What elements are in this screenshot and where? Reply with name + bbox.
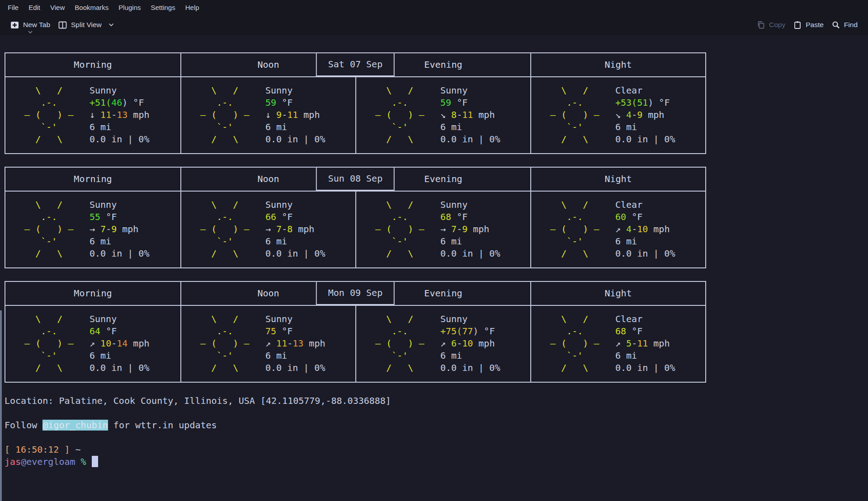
prompt-time-line: [ 16:50:12 ] ~ [5, 444, 868, 456]
menu-view[interactable]: View [45, 1, 70, 14]
prompt-timestamp: [ 16:50:12 ] [5, 444, 70, 455]
sunny-ascii-icon: `-' [8, 121, 90, 133]
sunny-ascii-icon: `-' [8, 235, 90, 248]
temperature-text: +53(51) °F [615, 97, 670, 109]
sunny-ascii-icon: \ / [8, 313, 90, 325]
paste-button[interactable]: Paste [789, 18, 828, 32]
visibility-text: 6 mi [615, 235, 637, 248]
day-header: Sun 08 Sep [316, 167, 395, 191]
clear-ascii-icon: .-. [534, 325, 615, 337]
temperature-text: 59 °F [265, 97, 292, 109]
day-header: Sat 07 Sep [316, 52, 395, 76]
sunny-ascii-icon: .-. [359, 325, 440, 337]
wind-text: → 7-9 mph [90, 223, 138, 235]
sunny-ascii-icon: / \ [184, 248, 265, 260]
forecast-cell-morning: \ /Sunny .-.64 °F ― ( ) ―↗ 10-14 mph `-'… [5, 306, 180, 382]
sunny-ascii-icon: .-. [359, 97, 440, 109]
condition-text: Sunny [90, 199, 117, 211]
menu-settings[interactable]: Settings [146, 1, 180, 14]
temperature-text: 68 °F [615, 325, 642, 337]
column-header-morning: Morning [5, 168, 180, 191]
clear-ascii-icon: `-' [534, 121, 615, 133]
wind-text: ↓ 11-13 mph [90, 109, 150, 121]
forecast-cell-evening: \ /Sunny .-.68 °F ― ( ) ―→ 7-9 mph `-'6 … [355, 192, 530, 267]
sunny-ascii-icon: .-. [184, 325, 265, 337]
sunny-ascii-icon: / \ [359, 133, 440, 145]
visibility-text: 6 mi [90, 350, 111, 362]
split-view-chevron-down-icon[interactable] [108, 23, 114, 27]
visibility-text: 6 mi [440, 121, 462, 133]
column-header-morning: Morning [5, 53, 180, 76]
precipitation-text: 0.0 in | 0% [440, 133, 500, 145]
sunny-ascii-icon: ― ( ) ― [8, 109, 90, 121]
sunny-ascii-icon: .-. [359, 211, 440, 223]
paste-label: Paste [806, 21, 824, 29]
split-view-label: Split View [71, 21, 102, 29]
sunny-ascii-icon: / \ [184, 362, 265, 374]
forecast-cell-night: \ /Clear .-.68 °F ― ( ) ―↗ 5-11 mph `-'6… [530, 306, 705, 382]
column-header-night: Night [530, 53, 705, 76]
sunny-ascii-icon: ― ( ) ― [359, 109, 440, 121]
wttr-forecast-output: Sat 07 SepMorningNoonEveningNight \ /Sun… [5, 52, 868, 383]
sunny-ascii-icon: `-' [8, 350, 90, 362]
precipitation-text: 0.0 in | 0% [90, 362, 149, 374]
sunny-ascii-icon: .-. [184, 211, 265, 223]
condition-text: Clear [615, 313, 642, 325]
condition-text: Clear [615, 84, 642, 97]
forecast-table-body: \ /Sunny .-.55 °F ― ( ) ―→ 7-9 mph `-'6 … [5, 192, 705, 267]
column-header-night: Night [530, 168, 705, 191]
temperature-text: 60 °F [615, 211, 642, 223]
clear-ascii-icon: .-. [534, 211, 615, 223]
sunny-ascii-icon: .-. [184, 97, 265, 109]
split-view-button[interactable]: Split View [54, 18, 118, 32]
sunny-ascii-icon: \ / [359, 313, 440, 325]
find-label: Find [844, 21, 858, 29]
sunny-ascii-icon: \ / [184, 313, 265, 325]
forecast-cell-morning: \ /Sunny .-.+51(46) °F ― ( ) ―↓ 11-13 mp… [5, 77, 180, 153]
visibility-text: 6 mi [265, 235, 287, 248]
forecast-cell-noon: \ /Sunny .-.59 °F ― ( ) ―↓ 9-11 mph `-'6… [180, 77, 355, 153]
copy-icon [757, 21, 765, 29]
sunny-ascii-icon: ― ( ) ― [8, 337, 90, 350]
clear-ascii-icon: ― ( ) ― [534, 109, 615, 121]
menu-plugins[interactable]: Plugins [113, 1, 146, 14]
forecast-table-body: \ /Sunny .-.64 °F ― ( ) ―↗ 10-14 mph `-'… [5, 306, 705, 382]
visibility-text: 6 mi [90, 235, 111, 248]
sunny-ascii-icon: / \ [359, 362, 440, 374]
temperature-text: 68 °F [440, 211, 467, 223]
new-tab-button[interactable]: New Tab [6, 18, 54, 32]
copy-button[interactable]: Copy [753, 18, 789, 32]
temperature-text: 75 °F [265, 325, 292, 337]
menu-help[interactable]: Help [180, 1, 204, 14]
sunny-ascii-icon: \ / [359, 84, 440, 97]
wind-text: ↗ 4-10 mph [615, 223, 670, 235]
forecast-cell-night: \ /Clear .-.+53(51) °F ― ( ) ―↘ 4-9 mph … [530, 77, 705, 153]
wind-text: ↗ 6-10 mph [440, 337, 495, 350]
wind-text: ↗ 5-11 mph [615, 337, 670, 350]
sunny-ascii-icon: ― ( ) ― [184, 337, 265, 350]
sunny-ascii-icon: / \ [8, 362, 90, 374]
precipitation-text: 0.0 in | 0% [615, 133, 675, 145]
menu-edit[interactable]: Edit [24, 1, 45, 14]
clear-ascii-icon: \ / [534, 199, 615, 211]
sunny-ascii-icon: / \ [8, 248, 90, 260]
new-tab-dropdown-icon[interactable] [28, 31, 33, 33]
sunny-ascii-icon: ― ( ) ― [184, 223, 265, 235]
wind-text: → 7-8 mph [265, 223, 314, 235]
wind-text: ↘ 8-11 mph [440, 109, 495, 121]
clear-ascii-icon: \ / [534, 84, 615, 97]
menu-file[interactable]: File [3, 1, 24, 14]
menu-bookmarks[interactable]: Bookmarks [70, 1, 113, 14]
precipitation-text: 0.0 in | 0% [615, 362, 675, 374]
clear-ascii-icon: ― ( ) ― [534, 337, 615, 350]
terminal[interactable]: Sat 07 SepMorningNoonEveningNight \ /Sun… [0, 35, 868, 468]
find-button[interactable]: Find [828, 18, 862, 32]
split-view-icon [58, 21, 67, 29]
clear-ascii-icon: / \ [534, 133, 615, 145]
menu-bar: FileEditViewBookmarksPluginsSettingsHelp [0, 0, 868, 14]
sunny-ascii-icon: .-. [8, 325, 90, 337]
twitter-handle-highlight[interactable]: @igor_chubin [42, 420, 108, 431]
sunny-ascii-icon: `-' [359, 235, 440, 248]
scrollbar-thumb[interactable] [0, 310, 2, 501]
temperature-text: 64 °F [90, 325, 117, 337]
